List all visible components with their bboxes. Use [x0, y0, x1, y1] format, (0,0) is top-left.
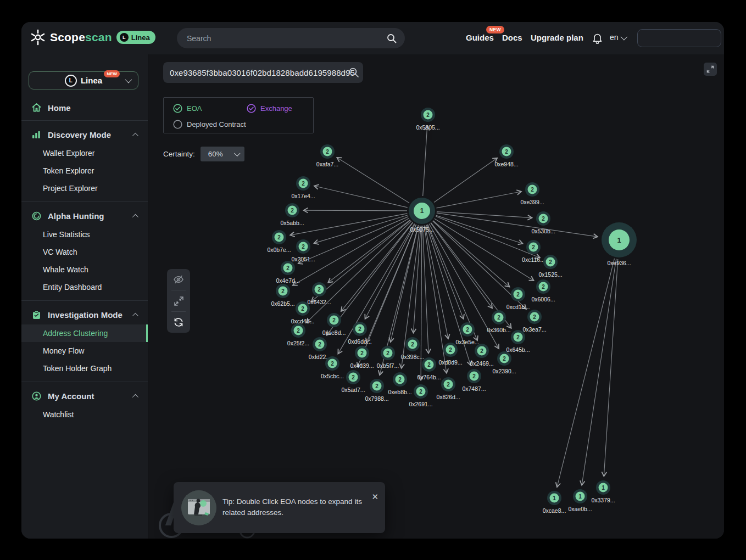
graph-node-0x2691...[interactable]: 20x2691...	[409, 384, 432, 407]
sidebar-section-alpha-hunting[interactable]: Alpha Hunting	[21, 206, 148, 226]
sidebar-item-token-holder-graph[interactable]: Token Holder Graph	[21, 360, 148, 377]
node-address-label: 0x764b...	[417, 374, 441, 380]
graph-node-0xcae8...[interactable]: 10xcae8...	[543, 491, 566, 514]
graph-node-0x3e5e...[interactable]: 20x3e5e...	[455, 322, 479, 345]
address-search[interactable]	[163, 62, 363, 83]
address-input[interactable]	[170, 68, 355, 77]
nav-docs[interactable]: Docs	[502, 33, 522, 42]
sidebar-item-home[interactable]: Home	[21, 99, 148, 116]
graph-node-0x62b5...[interactable]: 20x62b5...	[271, 284, 294, 307]
node-count: 2	[480, 348, 483, 354]
graph-node-0x0b7e...[interactable]: 20x0b7e...	[267, 230, 291, 253]
graph-node-0xe399...[interactable]: 20xe399...	[520, 182, 544, 205]
nav-upgrade-plan[interactable]: Upgrade plan	[531, 33, 583, 42]
graph-node-0x2469...[interactable]: 20x2469...	[470, 344, 493, 367]
sidebar-item-watchlist[interactable]: Watchlist	[21, 406, 148, 423]
sidebar-item-vc-watch[interactable]: VC Watch	[21, 243, 148, 261]
graph-node-0x2051...[interactable]: 20x2051...	[291, 239, 315, 262]
graph-node-0x645b...[interactable]: 20x645b...	[506, 330, 530, 353]
sidebar-item-project-explorer[interactable]: Project Explorer	[21, 180, 148, 197]
sidebar-section-label: Discovery Mode	[48, 130, 111, 139]
graph-node-0x2390...[interactable]: 20x2390...	[492, 351, 516, 374]
legend-eoa[interactable]: EOA	[173, 104, 202, 113]
graph-node-0x5abb...[interactable]: 20x5abb...	[280, 203, 304, 226]
graph-node-0xe948...[interactable]: 20xe948...	[494, 144, 518, 167]
legend-deployed-contract[interactable]: Deployed Contract	[173, 120, 246, 129]
sidebar-item-entity-dashboard[interactable]: Entity Dashboard	[21, 278, 148, 296]
fullscreen-button[interactable]	[704, 63, 717, 76]
graph-node-0x5805...[interactable]: 20x5805...	[416, 108, 439, 131]
graph-node-0xe936...[interactable]: 10xe936...	[602, 222, 637, 266]
graph-node-0x360b...[interactable]: 20x360b...	[487, 310, 510, 333]
close-icon[interactable]: ✕	[371, 492, 378, 502]
graph-node-0x7487...[interactable]: 20x7487...	[462, 369, 486, 392]
nav-guides[interactable]: NEW Guides	[466, 33, 494, 42]
node-count: 2	[302, 244, 305, 250]
graph-node-0xd6dd...[interactable]: 20xd6dd...	[348, 322, 371, 345]
tip-avatar	[181, 490, 216, 525]
notifications-button[interactable]	[592, 32, 603, 46]
search-input[interactable]	[187, 34, 386, 43]
graph-node-0x6006...[interactable]: 20x6006...	[531, 279, 555, 303]
graph-node-0x530b...[interactable]: 20x530b...	[531, 211, 555, 234]
graph-node-0xcd15...[interactable]: 20xcd15...	[506, 287, 530, 310]
node-address-label: 0x360b...	[487, 327, 510, 333]
graph-node-0x826d...[interactable]: 20x826d...	[436, 377, 460, 400]
graph-node-0xb5f7...[interactable]: 20xb5f7...	[377, 346, 399, 369]
wallet-button[interactable]	[637, 29, 721, 47]
chevron-up-icon	[132, 312, 138, 318]
network-name: Linea NEW	[81, 76, 102, 85]
sidebar-section-my-account[interactable]: My Account	[21, 387, 148, 406]
certainty-select[interactable]: 60%	[201, 147, 244, 161]
logo-primary: Scope	[50, 31, 85, 43]
sidebar-item-live-statistics[interactable]: Live Statistics	[21, 226, 148, 243]
graph-node-0x3379...[interactable]: 10x3379...	[591, 480, 615, 503]
graph-node-0x3ea7...[interactable]: 20x3ea7...	[522, 310, 546, 333]
global-search[interactable]	[177, 28, 405, 48]
language-selector[interactable]: en	[610, 33, 626, 42]
node-count: 2	[427, 362, 431, 368]
node-count: 2	[531, 187, 534, 193]
hide-labels-button[interactable]	[167, 269, 190, 290]
graph-edge	[557, 259, 614, 487]
node-count: 1	[553, 495, 556, 501]
sidebar-item-token-explorer[interactable]: Token Explorer	[21, 162, 148, 180]
graph-toolbar	[167, 269, 190, 333]
graph-node-0xae0b...[interactable]: 10xae0b...	[568, 489, 592, 512]
graph-node-0x25f2...[interactable]: 20x25f2...	[287, 323, 309, 346]
sidebar-section-discovery-mode[interactable]: Discovery Mode	[21, 125, 148, 144]
node-address-label: 0xcd48...	[291, 318, 315, 324]
graph-node-0x7988...[interactable]: 20x7988...	[365, 379, 388, 402]
brand[interactable]: Scopescan L Linea	[30, 29, 155, 46]
graph-node-0x5ad7...[interactable]: 20x5ad7...	[341, 370, 365, 393]
check-circle-icon	[173, 104, 182, 113]
node-address-label: 0xe936...	[607, 260, 631, 266]
legend-exchange[interactable]: Exchange	[247, 104, 292, 113]
node-count: 2	[426, 112, 430, 118]
sidebar-item-address-clustering[interactable]: Address Clustering	[21, 324, 148, 342]
node-count: 2	[503, 356, 506, 362]
graph-node-0x17e4...[interactable]: 20x17e4...	[291, 176, 315, 199]
node-count: 2	[326, 149, 329, 155]
sidebar-item-wallet-explorer[interactable]: Wallet Explorer	[21, 144, 148, 162]
graph-node-0x4d39...[interactable]: 20x4d39...	[350, 346, 374, 369]
fullscreen-icon	[706, 65, 714, 73]
linea-icon: L	[65, 75, 77, 87]
refresh-button[interactable]	[167, 312, 190, 333]
fit-view-button[interactable]	[167, 290, 190, 311]
graph-node-0x5075...[interactable]: 10x5075...	[409, 198, 435, 233]
graph-node-0x4e7d...[interactable]: 20x4e7d...	[276, 261, 299, 284]
sidebar-section-investigation-mode[interactable]: Investigation Mode	[21, 305, 148, 324]
graph-node-0xafa7...[interactable]: 20xafa7...	[316, 144, 338, 167]
node-count: 2	[301, 306, 304, 312]
graph-node-0xfd22...[interactable]: 20xfd22...	[309, 337, 331, 360]
network-selector[interactable]: L Linea NEW	[29, 71, 138, 89]
sidebar-item-whale-watch[interactable]: Whale Watch	[21, 261, 148, 278]
graph-canvas[interactable]: A 10x5075...10xe936...20x5805...20xafa7.…	[148, 54, 724, 539]
graph-node-0xeb8b...[interactable]: 20xeb8b...	[388, 372, 411, 395]
graph-node-0xce8d...[interactable]: 20xce8d...	[322, 313, 346, 336]
chain-badge-label: Linea	[131, 33, 150, 42]
graph-node-0x6432...[interactable]: 20x6432...	[307, 282, 331, 305]
sidebar-item-money-flow[interactable]: Money Flow	[21, 342, 148, 360]
graph-node-0xc116...[interactable]: 20xc116...	[522, 240, 545, 263]
